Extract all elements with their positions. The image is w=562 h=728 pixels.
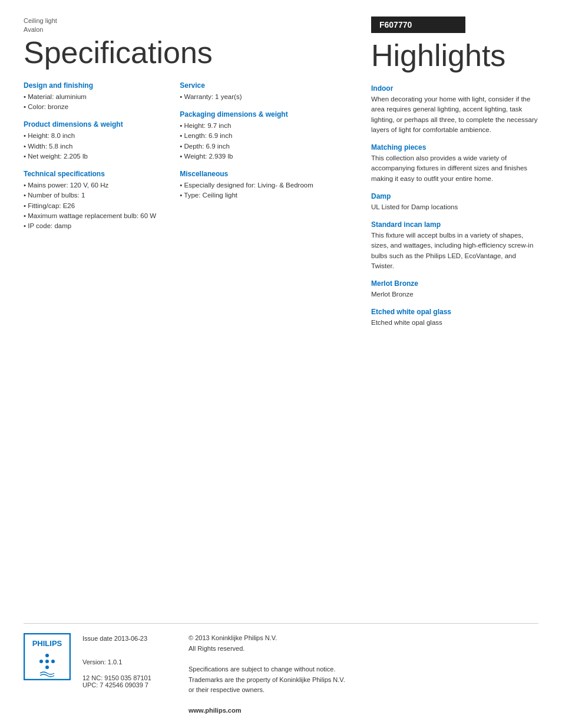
etched-glass-title: Etched white opal glass [371,308,538,316]
service-section: Service Warranty: 1 year(s) [180,81,342,102]
website-link[interactable]: www.philips.com [189,706,345,716]
list-item: Weight: 2.939 lb [180,151,342,162]
svg-text:PHILIPS: PHILIPS [32,639,62,648]
packaging-section: Packaging dimensions & weight Height: 9.… [180,110,342,162]
list-item: Fitting/cap: E26 [24,201,180,211]
merlot-bronze-title: Merlot Bronze [371,279,538,288]
list-item: Number of bulbs: 1 [24,190,180,200]
svg-point-5 [39,660,43,663]
design-finishing-title: Design and finishing [24,81,180,90]
specs-left-col: Design and finishing Material: aluminium… [24,81,180,240]
design-finishing-list: Material: aluminium Color: bronze [24,92,180,113]
list-item: Type: Ceiling light [180,190,342,200]
highlight-standard-incan: Standard incan lamp This fixture will ac… [371,220,538,271]
design-finishing-section: Design and finishing Material: aluminium… [24,81,180,113]
svg-point-3 [45,660,49,663]
indoor-title: Indoor [371,84,538,93]
technical-specifications-list: Mains power: 120 V, 60 Hz Number of bulb… [24,180,180,231]
issue-date: Issue date 2013-06-23 [82,633,177,645]
highlights-title: Highlights [371,39,538,73]
copyright: © 2013 Koninklijke Philips N.V. [189,633,345,644]
service-title: Service [180,81,342,90]
list-item: Warranty: 1 year(s) [180,92,342,102]
list-item: IP code: damp [24,221,180,231]
disclaimer1: Specifications are subject to change wit… [189,664,345,675]
standard-incan-text: This fixture will accept bulbs in a vari… [371,230,538,271]
technical-specifications-section: Technical specifications Mains power: 12… [24,170,180,231]
footer-codes: 12 NC: 9150 035 87101 UPC: 7 42546 09039… [82,674,177,689]
list-item: Height: 8.0 inch [24,131,180,141]
list-item: Especially designed for: Living- & Bedro… [180,180,342,190]
product-type: Ceiling light Avalon [24,17,342,35]
upc-code: UPC: 7 42546 09039 7 [82,681,177,689]
product-dimensions-list: Height: 8.0 inch Width: 5.8 inch Net wei… [24,131,180,162]
version: Version: 1.0.1 [82,657,177,668]
matching-pieces-title: Matching pieces [371,143,538,151]
page-title: Specifications [24,36,342,70]
highlight-damp: Damp UL Listed for Damp locations [371,192,538,212]
matching-pieces-text: This collection also provides a wide var… [371,153,538,184]
specs-right-col: Service Warranty: 1 year(s) Packaging di… [180,81,342,240]
technical-specifications-title: Technical specifications [24,170,180,178]
list-item: Height: 9.7 inch [180,121,342,131]
highlight-etched-glass: Etched white opal glass Etched white opa… [371,308,538,328]
miscellaneous-title: Miscellaneous [180,170,342,178]
svg-point-2 [45,654,49,657]
svg-point-6 [51,660,55,663]
list-item: Width: 5.8 inch [24,141,180,151]
packaging-title: Packaging dimensions & weight [180,110,342,118]
list-item: Material: aluminium [24,92,180,102]
product-code-bar: F607770 [371,17,465,33]
list-item: Maximum wattage replacement bulb: 60 W [24,211,180,221]
highlight-merlot-bronze: Merlot Bronze Merlot Bronze [371,279,538,299]
disclaimer3: or their respective owners. [189,685,345,696]
footer-right: © 2013 Koninklijke Philips N.V. All Righ… [189,633,345,716]
svg-point-4 [45,666,49,669]
list-item: Length: 6.9 inch [180,131,342,141]
miscellaneous-list: Especially designed for: Living- & Bedro… [180,180,342,201]
service-list: Warranty: 1 year(s) [180,92,342,102]
footer: PHILIPS Issue date 2013-06-23 [24,623,538,716]
packaging-list: Height: 9.7 inch Length: 6.9 inch Depth:… [180,121,342,162]
philips-logo: PHILIPS [24,633,71,680]
highlight-indoor: Indoor When decorating your home with li… [371,84,538,135]
nc-code: 12 NC: 9150 035 87101 [82,674,177,681]
specs-columns: Design and finishing Material: aluminium… [24,81,342,240]
specifications-panel: Ceiling light Avalon Specifications Desi… [24,17,359,605]
page: Ceiling light Avalon Specifications Desi… [0,0,562,728]
disclaimer2: Trademarks are the property of Koninklij… [189,675,345,686]
list-item: Color: bronze [24,102,180,112]
product-dimensions-section: Product dimensions & weight Height: 8.0 … [24,120,180,162]
indoor-text: When decorating your home with light, co… [371,94,538,135]
list-item: Net weight: 2.205 lb [24,151,180,162]
rights: All Rights reserved. [189,644,345,654]
highlights-panel: F607770 Highlights Indoor When decoratin… [359,17,538,605]
damp-text: UL Listed for Damp locations [371,202,538,212]
merlot-bronze-text: Merlot Bronze [371,289,538,299]
footer-middle: Issue date 2013-06-23 Version: 1.0.1 12 … [82,633,177,688]
product-dimensions-title: Product dimensions & weight [24,120,180,129]
list-item: Depth: 6.9 inch [180,141,342,151]
main-content: Ceiling light Avalon Specifications Desi… [24,17,538,605]
list-item: Mains power: 120 V, 60 Hz [24,180,180,190]
etched-glass-text: Etched white opal glass [371,318,538,328]
highlight-matching-pieces: Matching pieces This collection also pro… [371,143,538,184]
footer-info: Issue date 2013-06-23 Version: 1.0.1 [82,633,177,668]
miscellaneous-section: Miscellaneous Especially designed for: L… [180,170,342,201]
standard-incan-title: Standard incan lamp [371,220,538,229]
damp-title: Damp [371,192,538,200]
